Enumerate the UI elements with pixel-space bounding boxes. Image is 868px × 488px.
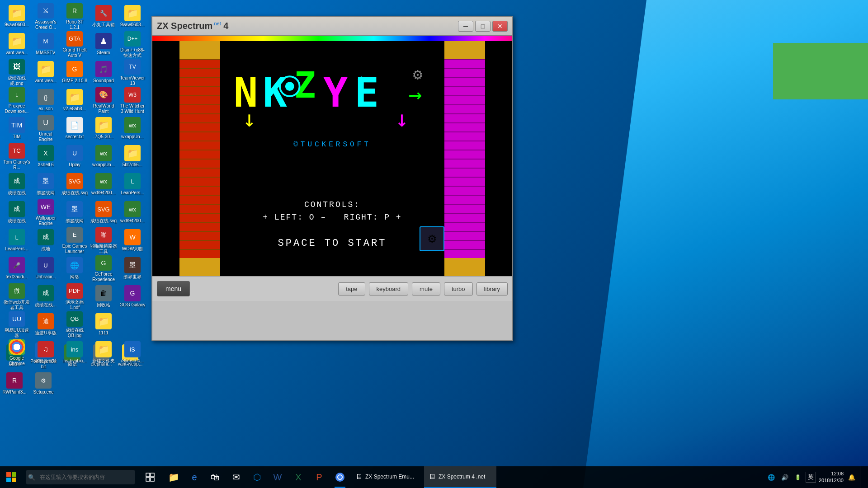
- word-taskbar[interactable]: W: [268, 466, 288, 488]
- icon-huishou[interactable]: 🗑 回收站: [89, 282, 118, 310]
- icon-chengji1[interactable]: 🖼 成绩在线规.png: [2, 58, 31, 86]
- icon-leanpers[interactable]: L LeanPers...: [118, 170, 147, 198]
- icon-gta[interactable]: GTA Grand Theft Auto V: [60, 30, 89, 58]
- zx-emu-taskbar[interactable]: 🖥 ZX Spectrum Emu...: [351, 466, 423, 488]
- icon-chengji-qb[interactable]: QB 成绩在线QB.jpg: [60, 310, 89, 338]
- robot-icon: ⚙: [420, 226, 444, 251]
- icon-img: U: [66, 145, 83, 161]
- svg-text:↑: ↑: [355, 68, 368, 94]
- icon-tomclancy[interactable]: TC Tom Clancy's R...: [2, 142, 31, 170]
- icon-tim[interactable]: TIM TIM: [2, 114, 31, 142]
- icon-unreal[interactable]: U Unreal Engine: [31, 114, 60, 142]
- icon-xshell[interactable]: X Xshell 6: [31, 142, 60, 170]
- icon-insbynb[interactable]: ins ins-bynbxi...: [60, 338, 89, 366]
- icon-1111[interactable]: 📁 1111: [89, 310, 118, 338]
- icon-wx8942002[interactable]: wx wx894200...: [118, 198, 147, 226]
- search-input[interactable]: [26, 470, 135, 484]
- icon-epic[interactable]: E Epic Games Launcher: [60, 226, 89, 254]
- icon-9vaw0603-2[interactable]: 📁 9vaw0603...: [118, 2, 147, 30]
- icon-mojie3[interactable]: 墨 墨鉴战网: [60, 198, 89, 226]
- icon-assassins[interactable]: ⚔ Assassin's Creed O...: [31, 2, 60, 30]
- store-taskbar[interactable]: 🛍: [205, 466, 225, 488]
- icon-mojie2[interactable]: 墨 墨鉴战网: [31, 170, 60, 198]
- file-explorer-taskbar[interactable]: 📁: [164, 466, 184, 488]
- icon-ppmjlq[interactable]: 啪 啪啪魔镜路器工具: [89, 226, 118, 254]
- icon-wxappup1[interactable]: wx wxappUn...: [118, 114, 147, 142]
- icon-yanshi-pdf[interactable]: PDF 演示文档1.pdf: [60, 282, 89, 310]
- icon-rwpaint3[interactable]: R RWPaint3...: [0, 370, 29, 398]
- network-icon[interactable]: 🌐: [766, 473, 777, 482]
- show-desktop-button[interactable]: [860, 466, 863, 488]
- icon-uplay[interactable]: U Uplay: [60, 142, 89, 170]
- icon-text2audio[interactable]: 🎤 text2audi...: [2, 254, 31, 282]
- mute-button[interactable]: mute: [412, 282, 440, 296]
- icon-proxyee[interactable]: ↓ Proxyee Down.exe...: [2, 86, 31, 114]
- icon-vant2[interactable]: 📁 vant-wea...: [31, 58, 60, 86]
- icon-5bf7[interactable]: 📁 5bf7d66...: [118, 142, 147, 170]
- keyboard-button[interactable]: keyboard: [369, 282, 408, 296]
- icon-unbracir[interactable]: U Unbracir...: [31, 254, 60, 282]
- start-button[interactable]: [0, 466, 23, 488]
- icon-exjson[interactable]: {} ex.json: [31, 86, 60, 114]
- icon-wxappup2[interactable]: wx wxappUn...: [89, 142, 118, 170]
- taskbar-right: 🌐 🔊 🔋 英 12:08 2018/12/30 🔔: [766, 466, 868, 488]
- tape-button[interactable]: tape: [338, 282, 365, 296]
- ppt-taskbar[interactable]: P: [309, 466, 329, 488]
- turbo-button[interactable]: turbo: [444, 282, 473, 296]
- icon-xiaowu[interactable]: 🔧 小丸工具箱: [89, 2, 118, 30]
- edge-taskbar[interactable]: e: [184, 466, 204, 488]
- icon-mojie-world[interactable]: 墨 墨界世界: [118, 254, 147, 282]
- ppt-icon: P: [316, 472, 322, 483]
- icon-dism[interactable]: D++ Dism++x86-快速方式: [118, 30, 147, 58]
- icon-chengji2[interactable]: 成 成绩在线: [2, 170, 31, 198]
- volume-icon[interactable]: 🔊: [779, 473, 790, 482]
- excel-taskbar[interactable]: X: [288, 466, 308, 488]
- icon-v2e8ab[interactable]: 📁 v2-e8ab8...: [60, 86, 89, 114]
- icon-chengji-svg[interactable]: SVG 成绩在线.svg: [60, 170, 89, 198]
- icon-geforce[interactable]: G GeForce Experience: [89, 254, 118, 282]
- task-view-icon[interactable]: [140, 466, 160, 488]
- icon-gimp[interactable]: G GIMP 2.10.8: [60, 58, 89, 86]
- icon-soundpad[interactable]: 🎵 Soundpad: [89, 58, 118, 86]
- icon-robo3t[interactable]: R Robo 3T 1.2.1: [60, 2, 89, 30]
- close-button[interactable]: ✕: [492, 21, 508, 32]
- mail-taskbar[interactable]: ✉: [226, 466, 246, 488]
- icon-wangyi-uu[interactable]: UU 网易UU加速器: [2, 310, 31, 338]
- icon-secret[interactable]: 📄 secret.txt: [60, 114, 89, 142]
- chrome-taskbar[interactable]: [330, 466, 350, 488]
- notification-icon[interactable]: 🔔: [846, 473, 857, 482]
- icon-weixin-web[interactable]: 微 微信web开发者工具: [2, 282, 31, 310]
- icon-wangyi163[interactable]: ♫ 网易云音乐: [31, 338, 60, 366]
- icon-7q5[interactable]: 📁 -7Q5-30...: [89, 114, 118, 142]
- icon-chrome[interactable]: Google Chrome: [2, 338, 31, 366]
- system-clock[interactable]: 12:08 2018/12/30: [819, 470, 844, 484]
- icon-diijin[interactable]: 迪 迪进U享版: [31, 310, 60, 338]
- icon-wow[interactable]: W WOW大咖: [118, 226, 147, 254]
- library-button[interactable]: library: [476, 282, 508, 296]
- menu-button[interactable]: menu: [157, 281, 190, 296]
- icon-gog[interactable]: G GOG Galaxy: [118, 282, 147, 310]
- icon-chengji3[interactable]: 成 成绩在线: [2, 198, 31, 226]
- maximize-button[interactable]: □: [475, 21, 491, 32]
- icon-steam[interactable]: ♟ Steam: [89, 30, 118, 58]
- icon-xinjian[interactable]: 📁 新建文件夹: [89, 338, 118, 366]
- icon-mmsstv[interactable]: M MMSSTV: [31, 30, 60, 58]
- icon-chengji-svg2[interactable]: SVG 成绩在线.svg: [89, 198, 118, 226]
- icon-wallpaper[interactable]: WE Wallpaper Engine: [31, 198, 60, 226]
- icon-wanglo[interactable]: 🌐 网络: [60, 254, 89, 282]
- icon-realworld[interactable]: 🎨 RealWorld Paint: [89, 86, 118, 114]
- icon-chengji5[interactable]: 成 成绩在线...: [31, 282, 60, 310]
- icon-chengdi[interactable]: 成 成地: [31, 226, 60, 254]
- icon-teamviewer[interactable]: TV TeamViewer 13: [118, 58, 147, 86]
- icon-wx894200[interactable]: wx wx894200...: [89, 170, 118, 198]
- minimize-button[interactable]: ─: [458, 21, 473, 32]
- icon-witcher[interactable]: W3 The Witcher 3 Wild Hunt: [118, 86, 147, 114]
- icon-9vaw0603-1[interactable]: 📁 9vaw0603...: [2, 2, 31, 30]
- icon-vant[interactable]: 📁 vant-wea...: [2, 30, 31, 58]
- language-indicator[interactable]: 英: [806, 472, 816, 483]
- zx-net-taskbar[interactable]: 🖥 ZX Spectrum 4 .net: [424, 466, 496, 488]
- icon-setup-exe[interactable]: ⚙ Setup.exe: [29, 370, 58, 398]
- icon-islide[interactable]: iS iSlide-3.4...: [118, 338, 147, 366]
- icon-leanpers2[interactable]: L LeanPers...: [2, 226, 31, 254]
- vscode-taskbar[interactable]: ⬡: [247, 466, 267, 488]
